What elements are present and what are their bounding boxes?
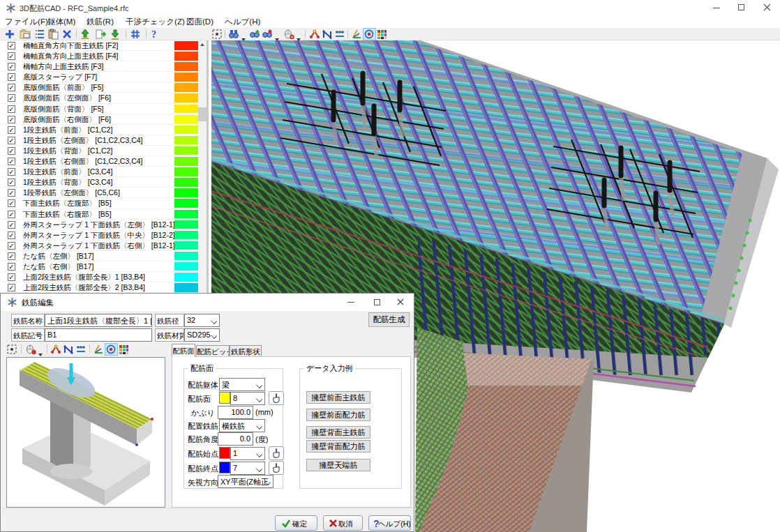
rebar-checkbox[interactable]: ✓ [8, 126, 15, 134]
rebar-checkbox[interactable]: ✓ [8, 42, 15, 50]
rebar-symbol-input[interactable]: B1 [45, 328, 152, 342]
rebar-row[interactable]: ✓1段主鉄筋〈背面〉 [C1,C2] [0, 146, 207, 156]
body-select[interactable]: 梁 [219, 378, 265, 391]
paste-icon[interactable] [47, 29, 59, 40]
rebar-diameter-select[interactable]: 32 [184, 314, 220, 327]
rebar-row[interactable]: ✓上面2段主鉄筋〈腹部全長〉2 [B3,B4] [0, 282, 207, 293]
dialog-maximize-button[interactable] [367, 294, 388, 310]
dialog-3d-preview[interactable] [6, 357, 165, 508]
minimize-button[interactable] [705, 0, 728, 15]
rebar-row[interactable]: ✓底版側面筋〈前面〉 [F5] [0, 82, 207, 93]
rebar-checkbox[interactable]: ✓ [8, 63, 15, 70]
rebar-checkbox[interactable]: ✓ [8, 137, 15, 144]
node-blue-icon[interactable] [322, 29, 333, 40]
dialog-title-bar[interactable]: 鉄筋編集 [1, 294, 414, 311]
axis-xyz-icon[interactable] [351, 29, 363, 40]
select-region-icon[interactable] [6, 344, 18, 355]
rebar-material-select[interactable]: SD295 [184, 328, 220, 342]
example-button[interactable]: 擁壁背面配力筋 [306, 440, 370, 453]
export-icon[interactable] [95, 29, 107, 40]
node-red-icon[interactable] [309, 29, 321, 40]
dialog-minimize-button[interactable] [340, 294, 361, 310]
ok-button[interactable]: 確定 [275, 515, 317, 531]
select-region-icon[interactable] [211, 29, 223, 40]
bar-select[interactable]: 横鉄筋 [219, 419, 265, 432]
rebar-row[interactable]: ✓上面2段主鉄筋〈腹部全長〉1 [B3,B4] [0, 272, 207, 282]
search-red-dropdown-icon[interactable] [274, 32, 280, 36]
scrollbar-thumb[interactable] [198, 107, 207, 121]
axis-xyz-icon[interactable] [93, 344, 105, 355]
dialog-close-button[interactable] [390, 294, 411, 310]
target-icon[interactable] [105, 344, 117, 355]
rebar-checkbox[interactable]: ✓ [8, 178, 15, 186]
ruler-icon[interactable] [75, 344, 87, 355]
node-red-icon[interactable] [50, 344, 62, 355]
palette-icon[interactable] [376, 29, 388, 40]
menu-help[interactable]: ヘルプ(H) [225, 17, 260, 27]
rebar-checkbox[interactable]: ✓ [8, 158, 15, 165]
rebar-checkbox[interactable]: ✓ [8, 199, 15, 207]
cover-input[interactable]: 100.0 [218, 406, 253, 419]
rebar-row[interactable]: ✓下面主鉄筋〈右腹部〉 [B5] [0, 209, 207, 220]
example-button[interactable]: 擁壁背面主鉄筋 [306, 426, 370, 439]
grid-icon[interactable] [130, 29, 142, 40]
example-button[interactable]: 擁壁前面配力筋 [306, 409, 370, 421]
rebar-checkbox[interactable]: ✓ [8, 84, 15, 91]
rebar-row[interactable]: ✓底版スターラップ [F7] [0, 72, 207, 82]
mouse-setting-dropdown-icon[interactable] [296, 32, 301, 36]
rebar-checkbox[interactable]: ✓ [8, 273, 15, 281]
face-pick-button[interactable] [269, 391, 284, 405]
rebar-checkbox[interactable]: ✓ [8, 263, 15, 271]
help-button[interactable]: ? ヘルプ(H) [368, 515, 411, 531]
rebar-checkbox[interactable]: ✓ [8, 73, 15, 81]
rebar-row[interactable]: ✓1段主鉄筋〈前面〉 [C3,C4] [0, 167, 207, 177]
end-pick-button[interactable] [269, 461, 284, 475]
rebar-row[interactable]: ✓橋軸直角方向下面主鉄筋 [F2] [0, 40, 207, 51]
search-dropdown-icon[interactable] [241, 32, 246, 36]
start-select[interactable]: 1 [230, 447, 265, 460]
mouse-setting-icon[interactable] [283, 29, 295, 40]
palette-icon[interactable] [118, 344, 130, 355]
rebar-checkbox[interactable]: ✓ [8, 105, 15, 113]
example-button[interactable]: 擁壁前面主鉄筋 [306, 391, 370, 404]
rebar-checkbox[interactable]: ✓ [8, 189, 15, 197]
import-up-icon[interactable] [80, 29, 91, 40]
rebar-row[interactable]: ✓底版側面筋〈左側面〉 [F6] [0, 93, 207, 103]
rebar-checkbox[interactable]: ✓ [8, 242, 15, 250]
mouse-setting-dropdown-icon[interactable] [38, 347, 43, 351]
angle-input[interactable]: 0.0 [218, 432, 253, 446]
search-red-icon[interactable] [262, 29, 273, 40]
node-blue-icon[interactable] [63, 344, 75, 355]
view-list-icon[interactable] [34, 29, 46, 40]
rebar-row[interactable]: ✓橋軸直角方向上面主鉄筋 [F4] [0, 51, 207, 61]
rebar-checkbox[interactable]: ✓ [8, 147, 15, 155]
start-pick-button[interactable] [269, 446, 284, 460]
import-down-icon[interactable] [110, 29, 121, 40]
rebar-row[interactable]: ✓外周スターラップ 1 下面鉄筋〈右側〉 [B12-1] [0, 241, 207, 251]
rebar-checkbox[interactable]: ✓ [8, 252, 15, 260]
rebar-row[interactable]: ✓1段主鉄筋〈背面〉 [C3,C4] [0, 177, 207, 188]
mouse-setting-icon[interactable] [25, 344, 37, 355]
generate-button[interactable]: 配筋生成 [368, 312, 410, 327]
end-select[interactable]: 7 [230, 462, 265, 475]
rebar-row[interactable]: ✓底版側面筋〈背面〉 [F5] [0, 104, 207, 114]
scrollbar-up-icon[interactable] [198, 40, 207, 50]
rebar-row[interactable]: ✓1段主鉄筋〈前面〉 [C1,C2] [0, 125, 207, 135]
rebar-row[interactable]: ✓たな筋〈右側〉 [B17] [0, 261, 207, 272]
ruler-icon[interactable] [334, 29, 346, 40]
rebar-name-input[interactable]: 上面1段主鉄筋〈腹部全長〉1 [B1,B [45, 314, 152, 327]
tab-pitch[interactable]: 配筋ピッチ [196, 345, 230, 357]
delete-icon[interactable] [61, 29, 73, 40]
menu-file[interactable]: ファイル(F) [5, 17, 48, 27]
search-icon[interactable] [228, 29, 240, 40]
rebar-row[interactable]: ✓1段主鉄筋〈右側面〉 [C1,C2,C3,C4] [0, 156, 207, 167]
face-select[interactable]: 8 [230, 392, 265, 405]
rebar-checkbox[interactable]: ✓ [8, 116, 15, 123]
rebar-checkbox[interactable]: ✓ [8, 211, 15, 218]
open-folder-icon[interactable] [20, 29, 31, 40]
add-icon[interactable] [4, 29, 16, 40]
rebar-row[interactable]: ✓たな筋〈左側〉 [B17] [0, 251, 207, 261]
tab-shape[interactable]: 鉄筋形状 [230, 345, 262, 357]
rebar-checkbox[interactable]: ✓ [8, 94, 15, 102]
help-icon[interactable]: ? [149, 29, 161, 40]
